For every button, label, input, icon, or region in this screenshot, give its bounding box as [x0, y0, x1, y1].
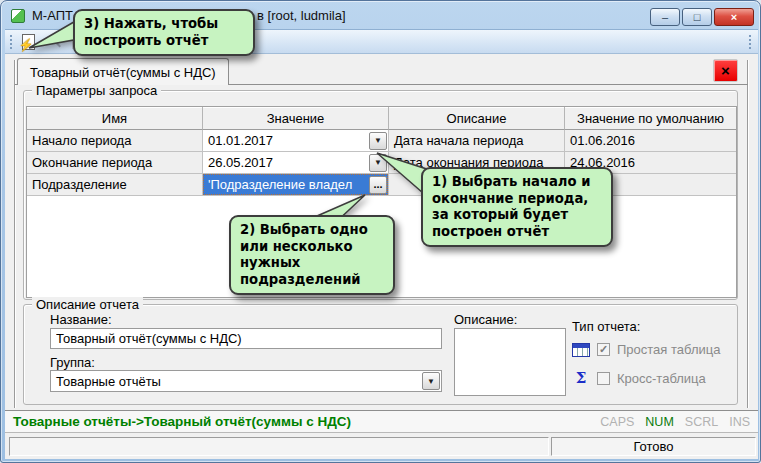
toolbar-overflow-grip[interactable] — [748, 34, 752, 50]
param-name[interactable]: Подразделение — [27, 174, 203, 196]
col-header-value[interactable]: Значение — [203, 107, 389, 130]
description-textarea[interactable] — [454, 328, 566, 396]
close-button[interactable]: × — [714, 8, 754, 26]
param-value-cell: 01.01.2017 ▼ — [203, 130, 389, 152]
dropdown-arrow-icon[interactable]: ▼ — [422, 372, 440, 390]
client-right-edge — [747, 60, 749, 408]
status-bar: Готово — [5, 433, 758, 459]
report-path-bar: Товарные отчёты->Товарный отчёт(суммы с … — [5, 410, 758, 433]
description-label: Описание: — [454, 312, 517, 327]
param-value-cell: 26.05.2017 ▼ — [203, 152, 389, 174]
cross-table-option: Σ Кросс-таблица — [572, 369, 706, 387]
simple-table-option: ✓ Простая таблица — [572, 342, 720, 357]
param-name[interactable]: Начало периода — [27, 130, 203, 152]
date-end-editor[interactable]: 26.05.2017 ▼ — [203, 152, 388, 173]
param-default: 01.06.2016 — [565, 130, 736, 152]
report-type-label: Тип отчета: — [572, 319, 640, 334]
num-indicator: NUM — [645, 415, 673, 429]
client-left-edge — [14, 60, 16, 408]
simple-table-label: Простая таблица — [617, 342, 720, 357]
caps-indicator: CAPS — [600, 415, 634, 429]
grid-header-row: Имя Значение Описание Значение по умолча… — [27, 107, 736, 130]
window-title-suffix: в [root, ludmila] — [257, 8, 346, 23]
name-label: Название: — [50, 312, 112, 327]
report-name-input[interactable]: Товарный отчёт(суммы с НДС) — [50, 328, 442, 349]
col-header-desc[interactable]: Описание — [389, 107, 565, 130]
tab-label: Товарный отчёт(суммы с НДС) — [30, 65, 216, 80]
callout-build-report: 3) Нажать, чтобы построить отчёт — [73, 9, 255, 56]
application-window: М-АПТ в [root, ludmila] – □ × ⚡ — [0, 0, 761, 463]
report-group-combobox[interactable]: Товарные отчёты ▼ — [50, 370, 442, 392]
group-label: Группа: — [50, 355, 95, 370]
callout-3-tail — [21, 11, 81, 57]
callout-select-period: 1) Выбрать начало и окончание периода, з… — [421, 167, 613, 247]
status-ready: Готово — [551, 437, 756, 456]
sigma-icon: Σ — [572, 369, 590, 387]
simple-table-checkbox[interactable]: ✓ — [597, 343, 610, 356]
tab-product-report[interactable]: Товарный отчёт(суммы с НДС) — [17, 58, 229, 85]
lock-key-indicators: CAPS NUM SCRL INS — [600, 415, 750, 429]
table-icon — [572, 343, 590, 357]
status-panel-empty — [9, 437, 549, 456]
params-group-title: Параметры запроса — [32, 83, 161, 98]
cross-table-label: Кросс-таблица — [617, 371, 706, 386]
report-group-title: Описание отчета — [32, 297, 143, 312]
minimize-button[interactable]: – — [650, 8, 680, 26]
toolbar-grip[interactable] — [9, 34, 13, 50]
callout-select-divisions: 2) Выбрать одно или несколько нужных под… — [229, 215, 395, 295]
tab-close-button[interactable]: × — [713, 59, 738, 82]
scrl-indicator: SCRL — [685, 415, 718, 429]
maximize-button[interactable]: □ — [682, 8, 712, 26]
col-header-name[interactable]: Имя — [27, 107, 203, 130]
date-start-editor[interactable]: 01.01.2017 ▼ — [203, 130, 388, 151]
cross-table-checkbox[interactable] — [597, 372, 610, 385]
report-path-text: Товарные отчёты->Товарный отчёт(суммы с … — [13, 414, 351, 429]
report-groupbox: Описание отчета Название: Товарный отчёт… — [23, 304, 738, 405]
col-header-default[interactable]: Значение по умолчанию — [565, 107, 736, 130]
ins-indicator: INS — [729, 415, 750, 429]
param-name[interactable]: Окончание периода — [27, 152, 203, 174]
